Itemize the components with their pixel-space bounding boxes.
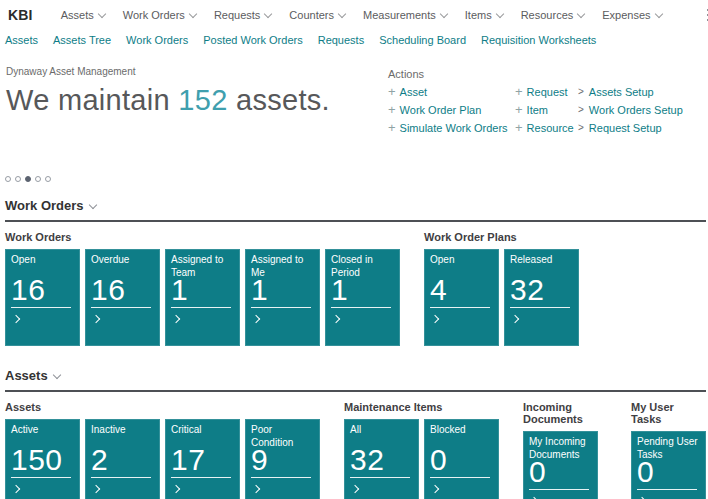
chevron-right-icon: > bbox=[578, 87, 584, 97]
tile-blocked[interactable]: Blocked0 bbox=[424, 419, 499, 499]
tile-value: 1 bbox=[171, 273, 188, 307]
divider bbox=[171, 307, 231, 308]
tiles-row: Active150Inactive2Critical17Poor Conditi… bbox=[5, 419, 320, 499]
action-label: Work Orders Setup bbox=[589, 104, 683, 116]
menu-label: Requests bbox=[214, 9, 260, 21]
cue-groups: Work OrdersOpen16Overdue16Assigned to Te… bbox=[5, 231, 706, 346]
hamburger-icon[interactable] bbox=[704, 6, 708, 24]
action-assets-setup[interactable]: >Assets Setup bbox=[578, 86, 700, 98]
action-resource[interactable]: +Resource bbox=[515, 122, 578, 134]
menu-label: Items bbox=[465, 9, 492, 21]
menu-counters[interactable]: Counters bbox=[289, 9, 345, 21]
carousel-dot-1[interactable] bbox=[5, 176, 11, 182]
action-work-orders-setup[interactable]: >Work Orders Setup bbox=[578, 104, 700, 116]
carousel-dot-2[interactable] bbox=[15, 176, 21, 182]
chevron-right-icon bbox=[172, 485, 180, 493]
tile-value: 9 bbox=[251, 443, 268, 477]
action-request-setup[interactable]: >Request Setup bbox=[578, 122, 700, 134]
menu-measurements[interactable]: Measurements bbox=[363, 9, 447, 21]
tile-my-incoming-documents[interactable]: My Incoming Documents0 bbox=[523, 431, 598, 499]
chevron-right-icon bbox=[431, 315, 439, 323]
group-caption: Incoming Documents bbox=[523, 401, 607, 425]
section-assets: AssetsAssetsActive150Inactive2Critical17… bbox=[0, 368, 708, 499]
tile-active[interactable]: Active150 bbox=[5, 419, 80, 499]
action-simulate-work-orders[interactable]: +Simulate Work Orders bbox=[388, 122, 515, 134]
chevron-right-icon bbox=[172, 315, 180, 323]
tile-label: Active bbox=[11, 424, 74, 437]
headline-text: We maintain 152 assets. bbox=[6, 84, 388, 117]
action-request[interactable]: +Request bbox=[515, 86, 578, 98]
app-brand[interactable]: KBI bbox=[8, 7, 33, 23]
app-label: Dynaway Asset Management bbox=[6, 66, 388, 77]
quick-link-requests[interactable]: Requests bbox=[318, 34, 364, 46]
quick-link-assets[interactable]: Assets bbox=[5, 34, 38, 46]
divider bbox=[350, 477, 410, 478]
tile-closed-in-period[interactable]: Closed in Period1 bbox=[325, 249, 400, 346]
divider bbox=[11, 477, 71, 478]
headline-prefix: We maintain bbox=[6, 84, 178, 116]
chevron-down-icon bbox=[338, 9, 346, 17]
tile-label: Open bbox=[11, 254, 74, 267]
tile-released[interactable]: Released32 bbox=[504, 249, 579, 346]
tile-pending-user-tasks[interactable]: Pending User Tasks0 bbox=[631, 431, 706, 499]
menu-assets[interactable]: Assets bbox=[61, 9, 105, 21]
chevron-down-icon bbox=[577, 9, 585, 17]
menu-requests[interactable]: Requests bbox=[214, 9, 271, 21]
action-label: Simulate Work Orders bbox=[400, 122, 508, 134]
carousel-dot-3[interactable] bbox=[25, 176, 31, 182]
tile-poor-condition[interactable]: Poor Condition9 bbox=[245, 419, 320, 499]
carousel-dot-5[interactable] bbox=[45, 176, 51, 182]
tile-label: Inactive bbox=[91, 424, 154, 437]
action-item[interactable]: +Item bbox=[515, 104, 578, 116]
tile-open[interactable]: Open16 bbox=[5, 249, 80, 346]
menu-work-orders[interactable]: Work Orders bbox=[123, 9, 196, 21]
cue-sections: Work OrdersWork OrdersOpen16Overdue16Ass… bbox=[0, 198, 708, 499]
chevron-down-icon bbox=[264, 9, 272, 17]
tile-inactive[interactable]: Inactive2 bbox=[85, 419, 160, 499]
tile-assigned-to-team[interactable]: Assigned to Team1 bbox=[165, 249, 240, 346]
divider bbox=[430, 477, 490, 478]
chevron-right-icon bbox=[12, 315, 20, 323]
menu-resources[interactable]: Resources bbox=[521, 9, 585, 21]
tile-overdue[interactable]: Overdue16 bbox=[85, 249, 160, 346]
menu-expenses[interactable]: Expenses bbox=[602, 9, 661, 21]
menu-items[interactable]: Items bbox=[465, 9, 503, 21]
chevron-down-icon bbox=[97, 9, 105, 17]
tile-value: 0 bbox=[529, 455, 546, 489]
tiles-row: Pending User Tasks0 bbox=[631, 431, 706, 499]
action-label: Assets Setup bbox=[589, 86, 654, 98]
quick-link-posted-work-orders[interactable]: Posted Work Orders bbox=[203, 34, 302, 46]
carousel-dot-4[interactable] bbox=[35, 176, 41, 182]
divider bbox=[637, 489, 697, 490]
action-label: Item bbox=[527, 104, 548, 116]
action-asset[interactable]: +Asset bbox=[388, 86, 515, 98]
cue-group-work-orders: Work OrdersOpen16Overdue16Assigned to Te… bbox=[5, 231, 400, 346]
chevron-down-icon bbox=[52, 371, 60, 379]
menu-label: Assets bbox=[61, 9, 94, 21]
quick-link-requisition-worksheets[interactable]: Requisition Worksheets bbox=[481, 34, 596, 46]
chevron-right-icon: > bbox=[578, 123, 584, 133]
tile-value: 1 bbox=[251, 273, 268, 307]
group-caption: Maintenance Items bbox=[344, 401, 499, 413]
divider bbox=[331, 307, 391, 308]
action-work-order-plan[interactable]: +Work Order Plan bbox=[388, 104, 515, 116]
section-header-work-orders[interactable]: Work Orders bbox=[5, 198, 706, 222]
divider bbox=[430, 307, 490, 308]
quick-link-scheduling-board[interactable]: Scheduling Board bbox=[379, 34, 466, 46]
section-header-assets[interactable]: Assets bbox=[5, 368, 706, 392]
chevron-down-icon bbox=[440, 9, 448, 17]
plus-icon: + bbox=[388, 123, 396, 133]
action-label: Request bbox=[527, 86, 568, 98]
quick-link-assets-tree[interactable]: Assets Tree bbox=[53, 34, 111, 46]
group-caption: Work Order Plans bbox=[424, 231, 579, 243]
divider bbox=[251, 307, 311, 308]
tile-all[interactable]: All32 bbox=[344, 419, 419, 499]
menu-label: Measurements bbox=[363, 9, 436, 21]
plus-icon: + bbox=[388, 87, 396, 97]
quick-link-work-orders[interactable]: Work Orders bbox=[126, 34, 188, 46]
tile-open[interactable]: Open4 bbox=[424, 249, 499, 346]
tile-assigned-to-me[interactable]: Assigned to Me1 bbox=[245, 249, 320, 346]
tile-label: Open bbox=[430, 254, 493, 267]
chevron-right-icon bbox=[252, 485, 260, 493]
tile-critical[interactable]: Critical17 bbox=[165, 419, 240, 499]
